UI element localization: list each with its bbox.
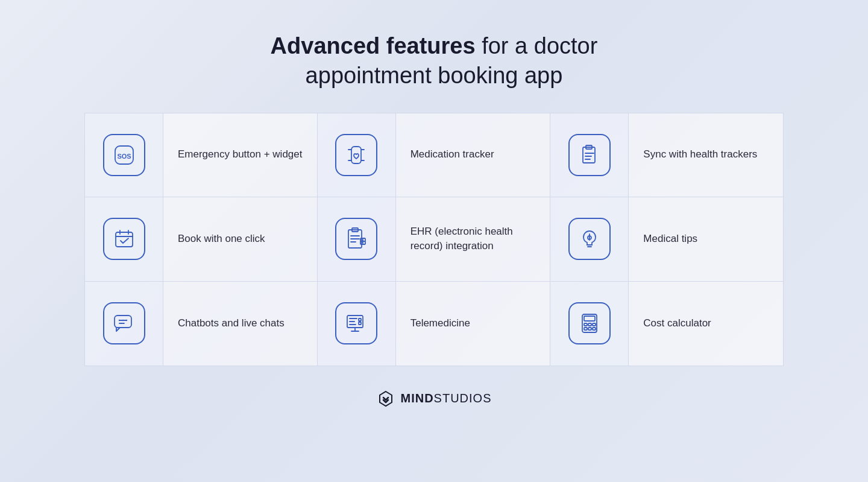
calculator-icon [568,302,611,344]
emergency-label: Emergency button + widget [163,147,317,162]
emergency-icon-cell: SOS [85,113,163,197]
svg-rect-46 [593,323,596,326]
svg-rect-49 [593,328,596,330]
svg-rect-12 [351,147,361,163]
feature-medical-tips: Medical tips [550,197,784,282]
smartwatch-heart-icon [335,134,377,176]
sync-label: Sync with health trackers [629,147,783,162]
page-title: Advanced features for a doctor appointme… [271,31,598,91]
svg-rect-47 [584,328,587,330]
calculator-icon-cell [550,282,629,366]
calendar-check-icon [103,218,145,260]
svg-rect-31 [359,319,361,321]
medication-label: Medication tracker [396,147,550,162]
ehr-label: EHR (electronic health record) integrati… [396,224,550,254]
ehr-icon-cell [318,197,396,281]
book-label: Book with one click [163,232,317,247]
lightbulb-icon [568,218,611,260]
ehr-icon [335,218,377,260]
svg-text:SOS: SOS [117,153,131,160]
footer-branding: MINDSTUDIOS [376,389,491,408]
medication-icon-cell [318,113,396,197]
feature-book: Book with one click [84,197,318,282]
feature-column-3: Sync with health trackers Medical tips [550,113,784,366]
feature-ehr: EHR (electronic health record) integrati… [318,197,551,282]
svg-point-11 [125,320,127,321]
feature-calculator: Cost calculator [550,282,784,366]
svg-rect-45 [588,323,591,326]
chatbots-icon-cell [85,282,163,366]
svg-rect-2 [116,232,133,247]
svg-rect-6 [115,316,131,328]
clipboard-health-icon [568,134,611,176]
feature-grid: SOS Emergency button + widget [84,113,784,366]
feature-column-2: Medication tracker E [318,113,551,366]
telemedicine-label: Telemedicine [396,316,550,331]
sos-icon: SOS [103,134,145,176]
page-header: Advanced features for a doctor appointme… [271,31,598,91]
feature-sync: Sync with health trackers [550,113,784,197]
telemedicine-icon [335,302,377,344]
svg-point-10 [122,320,123,321]
brand-name: MINDSTUDIOS [400,392,491,405]
svg-rect-48 [588,328,591,330]
feature-medication: Medication tracker [318,113,551,197]
book-icon-cell [85,197,163,281]
chat-bubble-icon [103,302,145,344]
feature-chatbots: Chatbots and live chats [84,282,318,366]
telemedicine-icon-cell [318,282,396,366]
svg-rect-43 [584,316,595,321]
mind-studios-logo: MINDSTUDIOS [376,389,491,408]
svg-rect-44 [584,323,587,326]
svg-point-9 [118,320,119,321]
svg-rect-32 [359,322,361,325]
calculator-label: Cost calculator [629,316,783,331]
feature-emergency: SOS Emergency button + widget [84,113,318,197]
feature-telemedicine: Telemedicine [318,282,551,366]
sync-icon-cell [550,113,629,197]
medical-tips-label: Medical tips [629,232,783,247]
mind-studios-logo-icon [376,389,395,408]
feature-column-1: SOS Emergency button + widget [84,113,318,366]
medical-tips-icon-cell [550,197,629,281]
chatbots-label: Chatbots and live chats [163,316,317,331]
